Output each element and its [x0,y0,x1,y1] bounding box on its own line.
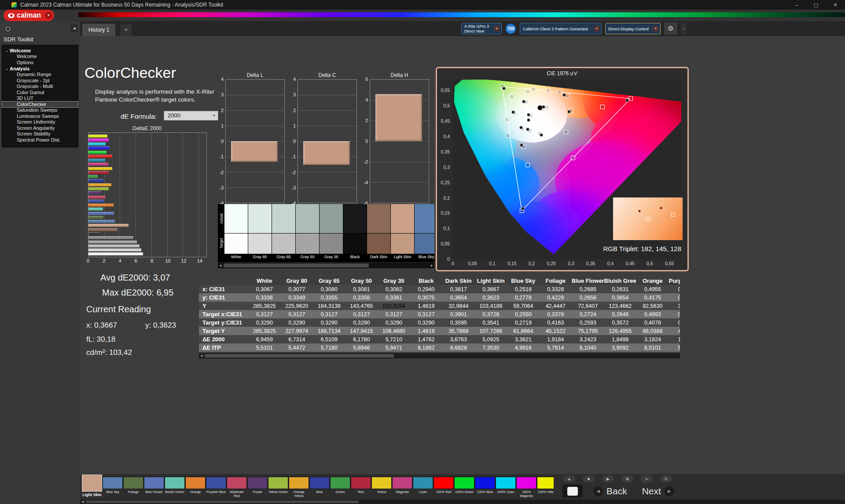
patch-bluish-green[interactable]: Bluish Green [165,475,185,499]
swatch-col-dark-skin[interactable]: Dark Skin [367,204,390,261]
meter-selector[interactable]: X-Rite i1Pro 3 Direct View ▼ [461,23,502,34]
swatch-col-light-skin[interactable]: Light Skin [391,204,414,261]
patch-swatch [123,477,143,489]
next-arrow-icon[interactable]: ▶ [665,486,674,496]
tree-item-grayscale-multi[interactable]: Grayscale - Multi [2,84,78,90]
patch-100-red[interactable]: 100% Red [434,475,454,499]
pattern-generator-selector[interactable]: CalMAN Client 3 Pattern Generator ▼ [520,23,602,34]
page-scrollbar[interactable]: ◀ [80,500,845,504]
tree-item-color-gamut[interactable]: Color Gamut [2,90,78,96]
patch-red[interactable]: Red [351,475,371,499]
patch-cyan[interactable]: Cyan [413,475,433,499]
patch-yellow-green[interactable]: Yellow Green [268,475,288,499]
add-tab-button[interactable]: + [121,24,132,36]
meter-dropdown-icon[interactable]: ▼ [494,26,500,32]
tree-item-luminance-sweeps[interactable]: Luminance Sweeps [2,113,78,120]
cie-ytick: 0,3 [443,164,450,170]
patch-100-blue[interactable]: 100% Blue [475,475,495,499]
tree-item-screen-uniformity[interactable]: Screen Uniformity [2,119,78,125]
swatch-col-gray-35[interactable]: Gray 35 [320,204,343,261]
settings-gear-button[interactable]: ⚙ [664,22,677,35]
patch-magenta[interactable]: Magenta [392,475,412,499]
pattern-window-button[interactable] [567,487,578,496]
continuous-read-button[interactable]: ∞ [641,475,653,482]
scroll-left-icon[interactable]: ◀ [81,500,84,504]
results-col-purplish-blue: Purplish Blue [669,276,680,285]
tree-item-grayscale-2pt[interactable]: Grayscale - 2pt [2,78,78,84]
patch-purple[interactable]: Purple [247,475,268,499]
refresh-button[interactable]: ↻ [660,475,672,482]
calman-logo[interactable]: calman ▼ [4,10,54,21]
colorspace-badge[interactable]: 709 [505,23,516,34]
patch-moderate-red[interactable]: Moderate Red [227,475,247,499]
deltae-bar-moderate-red [88,196,105,199]
patch-purplish-blue[interactable]: Purplish Blue [206,475,226,499]
brand-menu-arrow-icon[interactable]: ▼ [45,12,52,19]
tree-item-welcome[interactable]: Welcome [2,54,78,60]
patch-light-skin[interactable]: Light Skin [82,475,102,499]
more-options-button[interactable]: › [681,22,687,35]
patch-100-yellow[interactable]: 100% Yellow [537,475,554,499]
scroll-left-icon[interactable]: ◀ [219,263,221,268]
patch-100-magenta[interactable]: 100% Magenta [516,475,536,499]
tree-item-saturation-sweeps[interactable]: Saturation Sweeps [2,107,78,113]
close-button[interactable]: ✕ [826,0,845,10]
inset-measured-dot [660,207,662,209]
maximize-button[interactable]: ▢ [806,0,826,10]
patch-100-cyan[interactable]: 100% Cyan [496,475,516,499]
swatch-col-black[interactable]: Black [343,204,367,261]
inset-target-marker [671,212,675,216]
swatch-col-gray-80[interactable]: Gray 80 [248,204,272,261]
de-formula-dropdown[interactable]: 2000 ▼ [164,111,218,121]
tree-item-screen-angularity[interactable]: Screen Angularity [2,125,78,131]
swatch-col-white[interactable]: White [224,204,248,261]
tree-item-spectral-power-dist[interactable]: Spectral Power Dist. [2,137,78,143]
scroll-left-icon[interactable]: ◀ [200,353,202,358]
tree-item-colorchecker[interactable]: ColorChecker [2,102,78,108]
tree-section-welcome[interactable]: ▴Welcome [2,47,78,54]
display-control-selector[interactable]: Direct Display Control ▼ [605,23,661,34]
minimize-button[interactable]: – [787,0,806,10]
results-cell: 3,6763 [442,335,475,343]
collapse-sidebar-button[interactable]: ◀ [70,25,78,32]
results-cell: 6,1780 [345,335,378,343]
pattern-window-button[interactable]: ⊞ [621,475,633,482]
patch-green[interactable]: Green [330,475,350,499]
patch-orange-yellow[interactable]: Orange Yellow [289,475,309,499]
swatch-col-blue-sky[interactable]: Blue Sky [415,204,434,261]
source-dropdown-icon[interactable]: ▼ [594,26,600,32]
patch-yellow[interactable]: Yellow [371,475,392,499]
tree-item-3d-lut[interactable]: 3D LUT [2,95,78,102]
swatch-col-gray-50[interactable]: Gray 50 [296,204,319,261]
swatch-col-gray-65[interactable]: Gray 65 [272,204,295,261]
patch-foliage[interactable]: Foliage [123,475,143,499]
tab-history-1[interactable]: History 1 [82,24,115,36]
stop-button[interactable]: ■ [583,475,595,482]
patch-blue-flower[interactable]: Blue Flower [144,475,164,499]
results-scrollbar[interactable]: ◀ [199,353,680,358]
tree-item-dynamic-range[interactable]: Dynamic Range [2,72,78,78]
swatch-compare-scrollbar[interactable]: ◀ ▶ [218,262,434,268]
patch-orange[interactable]: Orange [185,475,206,499]
menu-button[interactable] [3,24,13,34]
back-arrow-icon[interactable]: ◀ [593,486,603,496]
patch-blue-sky[interactable]: Blue Sky [103,475,123,499]
tree-section-analysis[interactable]: ▴Analysis [2,66,78,72]
results-cell: 0,3378 [540,310,572,318]
next-button[interactable]: Next [642,486,661,497]
scroll-right-icon[interactable]: ▶ [431,263,433,268]
tree-item-screen-stability[interactable]: Screen Stability [2,131,78,137]
display-dropdown-icon[interactable]: ▼ [653,26,659,32]
play-button[interactable]: ▶ [602,475,614,482]
scrollbar-thumb[interactable] [224,263,369,267]
eject-button[interactable]: ▲ [563,475,575,482]
back-button[interactable]: Back [606,486,627,497]
patch-label: 100% Cyan [496,490,516,494]
patch-blue[interactable]: Blue [309,475,330,499]
scrollbar-thumb[interactable] [205,354,394,358]
results-cell: 7,3530 [475,343,507,352]
tree-item-options[interactable]: Options [2,60,78,66]
patch-100-green[interactable]: 100% Green [454,475,474,499]
scrollbar-thumb[interactable] [86,500,359,503]
delta-l-ytick: 4 [221,77,224,82]
